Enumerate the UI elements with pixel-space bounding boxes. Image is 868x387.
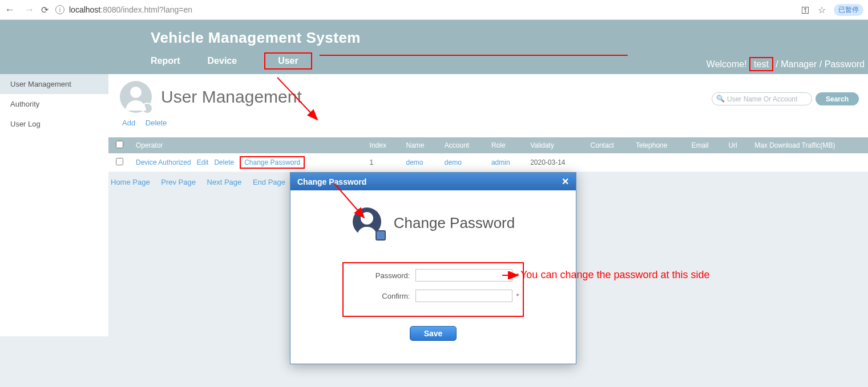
- dialog-title-text: Change Password: [297, 177, 366, 186]
- cell-name[interactable]: demo: [406, 158, 423, 166]
- app-header: Vehicle Management System Report Device …: [0, 20, 868, 74]
- col-max-traffic: Max Download Traffic(MB): [749, 137, 868, 153]
- pager-next[interactable]: Next Page: [207, 178, 242, 186]
- forward-icon[interactable]: →: [24, 4, 34, 16]
- toolbar: Add Delete: [120, 113, 857, 132]
- cell-validity: 2020-03-14: [524, 153, 584, 172]
- pager-prev[interactable]: Prev Page: [161, 178, 196, 186]
- search-button[interactable]: Search: [815, 92, 859, 105]
- site-info-icon[interactable]: i: [55, 5, 64, 14]
- required-mark: *: [516, 292, 519, 300]
- password-label: Password:: [347, 271, 415, 280]
- sidebar: User Management Authority User Log: [0, 74, 108, 336]
- back-icon[interactable]: ←: [5, 4, 15, 16]
- save-button[interactable]: Save: [410, 326, 457, 341]
- change-password-link[interactable]: Change Password: [240, 156, 305, 169]
- col-role: Role: [486, 137, 524, 153]
- search-input[interactable]: [712, 92, 812, 105]
- col-validity: Validaty: [524, 137, 584, 153]
- device-authorized-link[interactable]: Device Authorized: [136, 158, 191, 166]
- cell-role[interactable]: admin: [491, 158, 510, 166]
- search-icon: 🔍: [716, 95, 725, 103]
- row-checkbox[interactable]: [116, 158, 123, 165]
- close-icon[interactable]: ✕: [562, 176, 569, 187]
- tab-device[interactable]: Device: [208, 56, 237, 66]
- user-gear-icon: [120, 81, 152, 113]
- cell-account[interactable]: demo: [445, 158, 462, 166]
- user-table: Operator Index Name Account Role Validat…: [108, 137, 868, 172]
- select-all-checkbox[interactable]: [116, 141, 123, 148]
- change-password-dialog: Change Password ✕ Change Password Passwo…: [290, 172, 576, 364]
- cell-index: 1: [364, 153, 401, 172]
- tab-report[interactable]: Report: [151, 56, 180, 66]
- password-input[interactable]: [415, 269, 512, 282]
- confirm-label: Confirm:: [347, 292, 415, 300]
- key-icon[interactable]: ⚿: [801, 5, 810, 15]
- col-telephone: Telephone: [630, 137, 686, 153]
- dialog-heading: Change Password: [394, 214, 515, 232]
- browser-toolbar: ← → ⟳ i localhost:8080/index.html?lang=e…: [0, 0, 868, 20]
- address-bar[interactable]: i localhost:8080/index.html?lang=en: [55, 5, 794, 14]
- required-mark: *: [516, 271, 519, 280]
- welcome-bar: Welcome! test / Manager / Password: [706, 59, 865, 70]
- reload-icon[interactable]: ⟳: [41, 5, 49, 15]
- current-user[interactable]: test: [749, 57, 773, 71]
- col-name: Name: [400, 137, 438, 153]
- page-title: User Management: [161, 87, 302, 107]
- col-url: Url: [722, 137, 749, 153]
- confirm-input[interactable]: [415, 290, 512, 302]
- col-account: Account: [439, 137, 486, 153]
- edit-link[interactable]: Edit: [197, 158, 209, 166]
- lock-avatar-icon: [352, 206, 385, 239]
- password-form-highlight: Password: * Confirm: *: [342, 262, 523, 317]
- row-delete-link[interactable]: Delete: [214, 158, 234, 166]
- bookmark-icon[interactable]: ☆: [818, 5, 826, 15]
- sidebar-item-authority[interactable]: Authority: [0, 94, 108, 114]
- col-operator: Operator: [130, 137, 364, 153]
- sidebar-item-user-log[interactable]: User Log: [0, 114, 108, 134]
- table-row: Device Authorized Edit Delete Change Pas…: [108, 153, 868, 172]
- role-link[interactable]: Manager: [781, 59, 817, 69]
- profile-paused-badge[interactable]: 已暂停: [834, 4, 863, 16]
- sidebar-item-user-management[interactable]: User Management: [0, 74, 108, 94]
- pager-home[interactable]: Home Page: [111, 178, 150, 186]
- pager-end[interactable]: End Page: [253, 178, 285, 186]
- password-link[interactable]: Password: [825, 59, 865, 69]
- annotation-text: You can change the password at this side: [520, 269, 710, 281]
- col-email: Email: [686, 137, 723, 153]
- tab-user[interactable]: User: [264, 52, 312, 70]
- dialog-titlebar[interactable]: Change Password ✕: [290, 173, 576, 190]
- col-index: Index: [364, 137, 401, 153]
- col-contact: Contact: [585, 137, 630, 153]
- app-title: Vehicle Management System: [151, 29, 868, 47]
- delete-link[interactable]: Delete: [146, 119, 167, 127]
- add-link[interactable]: Add: [122, 119, 135, 127]
